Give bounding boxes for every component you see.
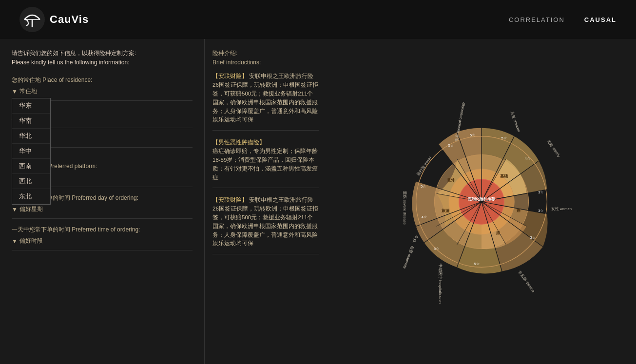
card-brand-1: 【男性恶性肿瘤险】 [212, 139, 265, 145]
svg-text:重疾 severe disease: 重疾 severe disease [403, 191, 407, 225]
middle-title: 险种介绍: Brief introductions: [212, 49, 319, 67]
right-panel: 5☆ 5☆ 5☆ 4☆ 3☆ 5☆ 4☆ 5☆ 5☆ 3☆ 3☆ 基础 意外 旅… [327, 39, 636, 364]
insurance-card-2: 【安联财险】 安联申根之王欧洲旅行险 26国签证保障，玩转欧洲；申根国签证拒签，… [212, 196, 319, 254]
card-brand-2: 【安联财险】 [212, 197, 248, 203]
nav-causal[interactable]: CAUSAL [584, 16, 617, 23]
residence-menu: 华东 华南 华北 华中 西南 西北 东北 [12, 98, 51, 205]
chart-container: 5☆ 5☆ 5☆ 4☆ 3☆ 5☆ 4☆ 5☆ 5☆ 3☆ 3☆ 基础 意外 旅… [379, 99, 584, 304]
middle-panel: 险种介绍: Brief introductions: 【安联财险】 安联申根之王… [205, 39, 327, 364]
svg-text:意外: 意外 [446, 177, 455, 182]
svg-text:3☆: 3☆ [538, 209, 543, 213]
card-body-0: 26国签证保障，玩转欧洲；申根国签证拒签，可获赔500元；救援业务辐射211个国… [212, 81, 319, 124]
card-name-2: 安联申根之王欧洲旅行险 [249, 197, 313, 203]
svg-text:3☆: 3☆ [538, 190, 543, 194]
svg-text:4☆: 4☆ [524, 156, 530, 161]
svg-text:5☆: 5☆ [501, 136, 506, 140]
svg-text:5☆: 5☆ [433, 247, 439, 251]
card-name-0: 安联申根之王欧洲旅行险 [249, 73, 313, 79]
logo-area: CauVis [19, 7, 89, 32]
radial-chart: 5☆ 5☆ 5☆ 4☆ 3☆ 5☆ 4☆ 5☆ 5☆ 3☆ 3☆ 基础 意外 旅… [379, 99, 584, 304]
residence-option-2[interactable]: 华北 [12, 129, 50, 144]
day-dropdown[interactable]: ▼ 偏好星期 [12, 204, 193, 214]
residence-dropdown[interactable]: ▼ 常住地 华东 华南 华北 华中 西南 西北 东北 [12, 86, 193, 101]
residence-option-3[interactable]: 华中 [12, 144, 50, 159]
svg-text:5☆: 5☆ [448, 143, 453, 147]
card-body-1: 癌症确诊即赔，专为男性定制；保障年龄18-59岁；消费型保险产品，回归保险本质；… [212, 147, 319, 182]
svg-text:定制化险种推荐: 定制化险种推荐 [467, 196, 496, 201]
residence-option-1[interactable]: 华南 [12, 114, 50, 129]
panel-title-zh: 请告诉我们您的如下信息，以获得险种定制方案: [12, 49, 193, 58]
svg-text:4☆: 4☆ [421, 214, 426, 219]
logo-icon [19, 7, 45, 32]
navbar: CauVis CORRELATION CAUSAL [0, 0, 636, 39]
svg-text:癌: 癌 [495, 230, 500, 235]
residence-option-5[interactable]: 西北 [12, 174, 50, 189]
svg-text:中端医疗 hospitalization: 中端医疗 hospitalization [438, 264, 443, 304]
time-header-label: 偏好时段 [19, 237, 43, 245]
day-header-label: 偏好星期 [19, 205, 43, 213]
residence-header-label: 常住地 [19, 87, 37, 96]
svg-text:旅游: 旅游 [441, 208, 450, 213]
residence-label: 您的常住地 Place of residence: [12, 76, 193, 84]
logo-text: CauVis [50, 13, 89, 26]
card-brand-0: 【安联财险】 [212, 73, 248, 79]
nav-links: CORRELATION CAUSAL [509, 16, 617, 23]
time-dropdown[interactable]: ▼ 偏好时段 [12, 236, 193, 246]
insurance-card-0: 【安联财险】 安联申根之王欧洲旅行险 26国签证保障，玩转欧洲；申根国签证拒签，… [212, 72, 319, 131]
svg-text:5☆: 5☆ [469, 133, 475, 137]
time-group: 一天中您常下单的时间 Preferred time of ordering: ▼… [12, 226, 193, 250]
card-body-2: 26国签证保障，玩转欧洲；申根国签证拒签，可获赔500元；救援业务辐射211个国… [212, 205, 319, 248]
panel-title: 请告诉我们您的如下信息，以获得险种定制方案: Please kindly tel… [12, 49, 193, 67]
dropdown-arrow-day: ▼ [12, 206, 18, 213]
insurance-card-1: 【男性恶性肿瘤险】 癌症确诊即赔，专为男性定制；保障年龄18-59岁；消费型保险… [212, 138, 319, 188]
panel-title-en: Please kindly tell us the following info… [12, 58, 193, 67]
left-panel: 请告诉我们您的如下信息，以获得险种定制方案: Please kindly tel… [0, 39, 205, 364]
nav-correlation[interactable]: CORRELATION [509, 16, 565, 23]
residence-option-6[interactable]: 东北 [12, 189, 50, 204]
dropdown-arrow-time: ▼ [12, 238, 18, 245]
svg-text:基础: 基础 [500, 173, 508, 178]
time-label: 一天中您常下单的时间 Preferred time of ordering: [12, 226, 193, 234]
svg-text:3☆: 3☆ [530, 235, 535, 239]
residence-option-0[interactable]: 华东 [12, 98, 50, 114]
svg-text:5☆: 5☆ [474, 262, 479, 266]
residence-option-4[interactable]: 西南 [12, 159, 50, 174]
svg-text:5☆: 5☆ [421, 184, 426, 188]
svg-text:女性 women: 女性 women [551, 206, 571, 211]
residence-dropdown-header[interactable]: ▼ 常住地 [12, 86, 193, 96]
svg-text:癌: 癌 [516, 208, 520, 213]
main-content: 请告诉我们您的如下信息，以获得险种定制方案: Please kindly tel… [0, 39, 636, 364]
dropdown-arrow-residence: ▼ [12, 88, 18, 95]
